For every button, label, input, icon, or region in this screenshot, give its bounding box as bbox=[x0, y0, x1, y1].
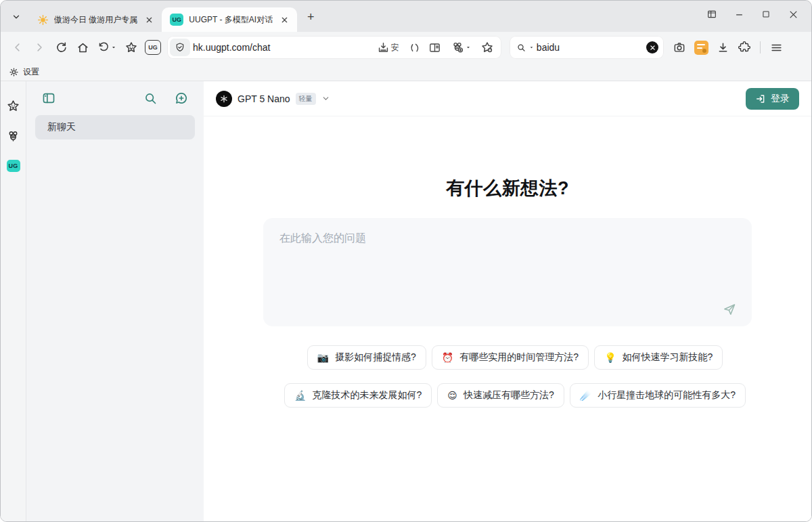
suggestion-button[interactable]: ☄️ 小行星撞击地球的可能性有多大? bbox=[570, 383, 746, 408]
panel-left-icon bbox=[41, 91, 56, 106]
caret-down-icon bbox=[111, 45, 116, 50]
chat-header: GPT 5 Nano 轻量 登录 bbox=[204, 81, 811, 116]
send-button[interactable] bbox=[722, 302, 737, 317]
reload-icon bbox=[55, 41, 68, 54]
uugpt-toolbar-button[interactable]: UG bbox=[143, 37, 163, 58]
suggestion-button[interactable]: 📷 摄影如何捕捉情感? bbox=[307, 345, 426, 370]
browser-toolbar: UG hk.uugpt.com/chat 安 bbox=[1, 32, 811, 63]
clear-x-icon bbox=[650, 45, 656, 51]
chat-sidebar: 新聊天 bbox=[26, 81, 204, 521]
reader-mode-button[interactable] bbox=[426, 39, 443, 56]
caret-down-icon[interactable] bbox=[529, 45, 534, 50]
login-button[interactable]: 登录 bbox=[746, 88, 799, 110]
lightbulb-emoji-icon: 💡 bbox=[604, 352, 616, 363]
search-input[interactable] bbox=[537, 42, 644, 53]
search-chats-button[interactable] bbox=[143, 91, 158, 106]
extensions-button[interactable] bbox=[734, 37, 754, 58]
page-content: UG 新聊天 bbox=[1, 81, 811, 521]
tab-title: 傲游今日 傲游用户专属 bbox=[54, 14, 137, 26]
uugpt-logo-icon: UG bbox=[7, 160, 20, 172]
comet-emoji-icon: ☄️ bbox=[580, 390, 591, 401]
gear-icon bbox=[9, 67, 19, 77]
uugpt-panel-button[interactable]: UG bbox=[7, 160, 20, 172]
screenshot-button[interactable] bbox=[669, 37, 690, 58]
close-icon bbox=[788, 9, 798, 20]
prompt-textarea[interactable] bbox=[263, 218, 752, 326]
tab-uugpt[interactable]: UG UUGPT - 多模型AI对话 bbox=[162, 7, 297, 32]
suggestion-label: 如何快速学习新技能? bbox=[623, 351, 713, 364]
star-face-icon bbox=[6, 99, 20, 113]
prompt-input-box[interactable] bbox=[263, 218, 752, 326]
login-arrow-icon bbox=[755, 93, 766, 104]
shield-check-icon bbox=[175, 42, 185, 53]
new-chat-button[interactable] bbox=[174, 91, 189, 106]
suggestion-label: 快速减压有哪些方法? bbox=[464, 389, 554, 401]
url-text[interactable]: hk.uugpt.com/chat bbox=[193, 42, 370, 53]
main-menu-button[interactable] bbox=[766, 37, 786, 58]
secure-label: 安 bbox=[391, 42, 399, 53]
chevron-down-icon bbox=[12, 12, 21, 22]
clear-search-button[interactable] bbox=[646, 41, 658, 53]
tab-list-dropdown-button[interactable] bbox=[6, 8, 26, 26]
minimize-button[interactable] bbox=[729, 4, 749, 24]
forward-icon bbox=[33, 41, 45, 53]
tab-close-icon[interactable] bbox=[278, 14, 290, 26]
suggestion-button[interactable]: 😌 快速减压有哪些方法? bbox=[437, 383, 564, 408]
suggestion-button[interactable]: 🔬 克隆技术的未来发展如何? bbox=[284, 383, 432, 408]
search-icon bbox=[516, 42, 526, 53]
microscope-emoji-icon: 🔬 bbox=[294, 390, 306, 401]
model-name: GPT 5 Nano bbox=[238, 93, 290, 104]
suggestion-button[interactable]: 💡 如何快速学习新技能? bbox=[594, 345, 723, 370]
home-button[interactable] bbox=[72, 37, 93, 58]
site-security-button[interactable] bbox=[170, 39, 190, 56]
search-box[interactable] bbox=[510, 36, 664, 59]
undo-icon bbox=[97, 41, 110, 53]
split-view-button[interactable] bbox=[702, 4, 722, 24]
add-bookmark-button[interactable] bbox=[478, 39, 496, 56]
window-controls bbox=[702, 1, 811, 32]
new-tab-button[interactable]: + bbox=[301, 8, 320, 26]
collect-to-bee-button[interactable] bbox=[446, 39, 476, 56]
tab-maxthon-today[interactable]: 傲游今日 傲游用户专属 bbox=[29, 7, 162, 32]
chat-main-panel: GPT 5 Nano 轻量 登录 有什么新想法? bbox=[204, 81, 811, 521]
maximize-icon bbox=[761, 9, 771, 19]
read-aloud-button[interactable] bbox=[405, 39, 423, 56]
back-icon bbox=[12, 41, 24, 53]
maximize-button[interactable] bbox=[756, 4, 776, 24]
secure-download-button[interactable]: 安 bbox=[373, 39, 403, 56]
close-window-button[interactable] bbox=[783, 4, 803, 24]
tab-close-icon[interactable] bbox=[143, 14, 155, 26]
puzzle-icon bbox=[738, 41, 751, 54]
chat-bubble-plus-icon bbox=[174, 91, 189, 106]
voice-waves-icon bbox=[408, 41, 421, 54]
bookmark-settings[interactable]: 设置 bbox=[23, 66, 39, 78]
model-selector-button[interactable] bbox=[321, 94, 330, 103]
sidebar-toggle-button[interactable] bbox=[41, 91, 56, 106]
search-icon bbox=[143, 91, 158, 106]
suggestion-label: 小行星撞击地球的可能性有多大? bbox=[597, 389, 736, 401]
suggestion-list: 📷 摄影如何捕捉情感? ⏰ 有哪些实用的时间管理方法? 💡 如何快速学习新技能?… bbox=[263, 345, 767, 408]
book-icon bbox=[428, 41, 441, 54]
reload-button[interactable] bbox=[51, 37, 71, 58]
star-plus-icon bbox=[480, 41, 494, 54]
forward-button[interactable] bbox=[29, 37, 49, 58]
undo-button[interactable] bbox=[94, 37, 120, 58]
suggestion-button[interactable]: ⏰ 有哪些实用的时间管理方法? bbox=[432, 345, 589, 370]
login-label: 登录 bbox=[771, 93, 790, 105]
back-button[interactable] bbox=[7, 37, 28, 58]
notes-button[interactable] bbox=[691, 37, 711, 58]
camera-icon bbox=[673, 41, 686, 54]
toolbar-divider bbox=[760, 41, 761, 53]
camera-emoji-icon: 📷 bbox=[317, 352, 329, 363]
favorites-button[interactable] bbox=[121, 37, 141, 58]
browser-window: 傲游今日 傲游用户专属 UG UUGPT - 多模型AI对话 + bbox=[0, 0, 812, 522]
bee-notes-panel-button[interactable] bbox=[6, 129, 20, 144]
bookmarks-bar: 设置 bbox=[1, 63, 811, 81]
favorites-panel-button[interactable] bbox=[6, 99, 20, 113]
alarm-clock-emoji-icon: ⏰ bbox=[442, 352, 453, 363]
uugpt-logo-icon: UG bbox=[170, 14, 183, 26]
chat-list-item-new-chat[interactable]: 新聊天 bbox=[35, 115, 195, 139]
downloads-button[interactable] bbox=[713, 37, 733, 58]
maxthon-sun-icon bbox=[37, 14, 49, 26]
address-bar[interactable]: hk.uugpt.com/chat 安 bbox=[167, 36, 501, 59]
